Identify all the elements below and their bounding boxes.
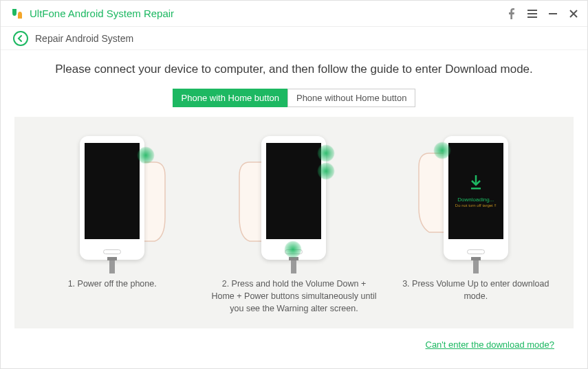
step-3-caption: 3. Press Volume Up to enter download mod… bbox=[390, 278, 562, 302]
touch-indicator-icon bbox=[317, 144, 335, 162]
download-warning-text: Do not turn off target !! bbox=[455, 203, 497, 208]
mode-tabs: Phone with Home button Phone without Hom… bbox=[14, 89, 574, 107]
titlebar: UltFone Android System Repair bbox=[1, 1, 587, 27]
step-3: Downloading... Do not turn off target !!… bbox=[390, 129, 562, 315]
svg-rect-0 bbox=[549, 13, 557, 14]
breadcrumb: Repair Android System bbox=[1, 27, 587, 50]
footer: Can't enter the download mode? bbox=[14, 328, 574, 350]
phone-screen bbox=[266, 143, 321, 239]
facebook-icon[interactable] bbox=[502, 4, 521, 23]
instruction-text: Please connect your device to computer, … bbox=[14, 63, 574, 76]
step-2: 2. Press and hold the Volume Down + Home… bbox=[208, 129, 380, 315]
download-status-text: Downloading... bbox=[457, 197, 494, 203]
close-button[interactable] bbox=[564, 4, 583, 23]
step-1: 1. Power off the phone. bbox=[26, 129, 198, 315]
step-3-illustration: Downloading... Do not turn off target !! bbox=[414, 129, 538, 267]
phone-icon bbox=[80, 136, 144, 260]
step-2-illustration bbox=[232, 129, 356, 267]
app-logo-icon bbox=[10, 7, 24, 21]
back-button[interactable] bbox=[13, 31, 28, 46]
step-2-caption: 2. Press and hold the Volume Down + Home… bbox=[208, 278, 380, 315]
touch-indicator-icon bbox=[433, 142, 451, 159]
tab-without-home-button[interactable]: Phone without Home button bbox=[287, 89, 415, 107]
minimize-button[interactable] bbox=[543, 4, 563, 23]
step-1-caption: 1. Power off the phone. bbox=[65, 278, 160, 290]
menu-icon[interactable] bbox=[523, 4, 542, 23]
cable-icon bbox=[473, 260, 479, 273]
touch-indicator-icon bbox=[137, 146, 155, 164]
phone-home-button-icon bbox=[467, 249, 485, 254]
steps-panel: 1. Power off the phone. 2. Press and hol… bbox=[14, 117, 574, 328]
app-title: UltFone Android System Repair bbox=[30, 8, 502, 19]
svg-rect-1 bbox=[471, 188, 481, 190]
phone-screen bbox=[85, 143, 140, 239]
cable-icon bbox=[109, 260, 115, 273]
breadcrumb-label: Repair Android System bbox=[35, 33, 133, 44]
tab-with-home-button[interactable]: Phone with Home button bbox=[173, 89, 287, 107]
download-arrow-icon bbox=[470, 175, 482, 194]
phone-icon: Downloading... Do not turn off target !! bbox=[444, 136, 508, 260]
touch-indicator-icon bbox=[317, 162, 335, 180]
step-1-illustration bbox=[50, 129, 174, 267]
phone-home-button-icon bbox=[103, 249, 121, 254]
cable-icon bbox=[291, 260, 296, 273]
phone-download-screen: Downloading... Do not turn off target !! bbox=[448, 143, 503, 239]
help-link[interactable]: Can't enter the download mode? bbox=[426, 339, 555, 350]
